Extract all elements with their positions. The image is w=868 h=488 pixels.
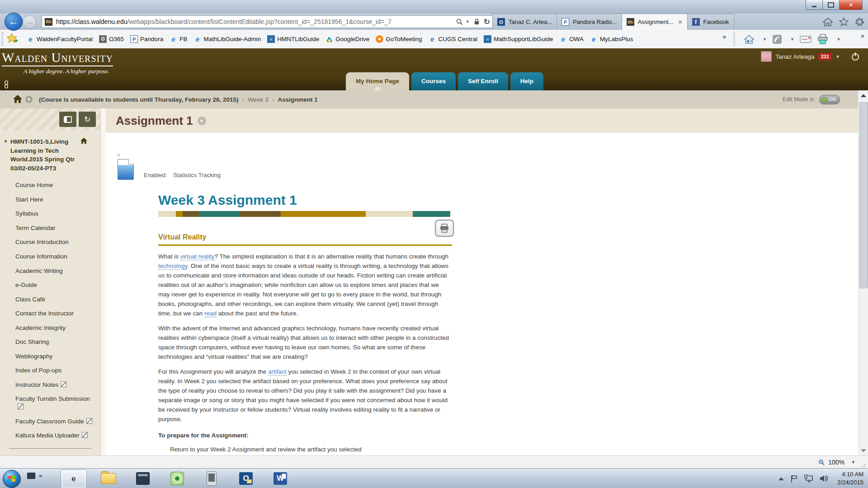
sidebar-item-contact-the-instructor[interactable]: Contact the Instructor [0, 306, 100, 321]
print-icon[interactable] [817, 34, 829, 45]
course-home-icon[interactable] [80, 137, 88, 173]
gear-icon[interactable] [855, 17, 864, 27]
sidebar-item-term-calendar[interactable]: Term Calendar [0, 221, 100, 235]
breadcrumb-dropdown-icon[interactable]: ▼ [25, 96, 33, 103]
sidebar-item-academic-integrity[interactable]: Academic Integrity [0, 321, 100, 335]
favorite-o365[interactable]: OO365 [96, 34, 127, 44]
browser-tab-assignment[interactable]: BbAssignment...✕ [622, 14, 688, 30]
logout-power-icon[interactable] [851, 52, 860, 61]
zoom-dropdown-icon[interactable]: ▼ [851, 460, 855, 465]
sidebar-item-index-of-pop-ups[interactable]: Index of Pop-ups [0, 363, 100, 378]
sidebar-item-start-here[interactable]: Start Here [0, 192, 100, 207]
volume-icon[interactable] [820, 474, 829, 483]
search-icon[interactable] [456, 19, 463, 25]
sidebar-item-doc-sharing[interactable]: Doc Sharing [0, 335, 100, 349]
start-button[interactable] [3, 470, 21, 488]
favorite-mathsupportlibguide[interactable]: ≡MathSupportLibGuide [481, 34, 556, 44]
favorites-overflow-chevron[interactable]: » [722, 33, 726, 40]
browser-home-icon[interactable] [823, 18, 833, 26]
taskbar-app-folder[interactable] [96, 469, 121, 488]
breadcrumb-home-icon[interactable] [13, 94, 23, 103]
sidebar-item-faculty-turnitin-submission[interactable]: Faculty Turnitin Submission [0, 392, 100, 414]
taskbar-app-media[interactable] [130, 469, 156, 488]
favorite-googledrive[interactable]: GoogleDrive [322, 34, 373, 44]
sidebar-item-course-information[interactable]: Course Information [0, 249, 100, 264]
tab-self-enroll[interactable]: Self Enroll [458, 72, 508, 90]
favorites-star-icon[interactable] [839, 17, 849, 26]
browser-tab-tanaz-c-artea[interactable]: OTanaz C. Artea... [492, 14, 557, 30]
sidebar-item-faculty-classroom-guide[interactable]: Faculty Classroom Guide [0, 414, 100, 429]
scroll-up-icon[interactable] [859, 90, 868, 100]
add-favorite-button[interactable] [6, 33, 19, 44]
window-maximize-button[interactable] [822, 0, 840, 10]
favorite-fb[interactable]: eFB [166, 34, 190, 44]
sidebar-item-e-guide[interactable]: e-Guide [0, 278, 100, 292]
sidebar-item-academic-writing[interactable]: Academic Writing [0, 264, 100, 278]
tab-close-icon[interactable]: ✕ [678, 19, 682, 25]
taskbar-app-word[interactable]: W [268, 469, 293, 488]
forward-button[interactable]: → [23, 15, 36, 29]
lesson-print-icon[interactable] [435, 220, 454, 237]
taskbar-clock[interactable]: 4:10 AM 2/24/2015 [837, 470, 863, 486]
content-link[interactable]: virtual reality [180, 253, 215, 260]
action-center-flag-icon[interactable] [790, 474, 798, 483]
favorite-owa[interactable]: eOWA [556, 34, 587, 44]
home-page-icon[interactable] [744, 34, 755, 44]
favorite-cugs-central[interactable]: eCUGS Central [425, 34, 481, 44]
scroll-down-icon[interactable] [859, 446, 868, 455]
favorite-gotomeeting[interactable]: GoToMeeting [373, 34, 425, 44]
content-link[interactable]: technology [158, 263, 187, 270]
taskbar-app-ie[interactable]: e [61, 469, 87, 488]
sidebar-item-course-introduction[interactable]: Course Introduction [0, 235, 100, 249]
zoom-control[interactable]: 100% ▼ [818, 456, 855, 469]
tab-courses[interactable]: Courses [411, 72, 456, 90]
content-link[interactable]: read [204, 310, 217, 317]
command-bar-chevron[interactable]: » [861, 32, 864, 39]
breadcrumb-item-assignment-1[interactable]: Assignment 1 [278, 96, 318, 103]
sidebar-item-class-caf[interactable]: Class Café [0, 292, 100, 307]
menu-display-button[interactable] [59, 112, 76, 127]
favorite-mylabsplus[interactable]: eMyLabsPlus [587, 34, 637, 44]
page-scrollbar[interactable] [858, 90, 868, 455]
mail-icon[interactable] [800, 35, 811, 43]
sidebar-item-course-home[interactable]: Course Home [0, 178, 100, 192]
address-dropdown-icon[interactable]: ▼ [466, 19, 470, 24]
favorite-waldenfacultyportal[interactable]: eWaldenFacultyPortal [24, 34, 96, 44]
taskbar-app-green[interactable] [165, 469, 190, 488]
window-minimize-button[interactable] [806, 0, 823, 10]
favorite-pandora[interactable]: PPandora [127, 34, 166, 44]
browser-tab-facebook[interactable]: fFacebook [687, 14, 734, 30]
course-collapse-icon[interactable]: ▼ [4, 139, 8, 173]
window-close-button[interactable]: × [839, 0, 863, 10]
refresh-icon[interactable]: ↻ [484, 17, 490, 27]
print-dropdown-icon[interactable]: ▼ [837, 37, 841, 42]
home-dropdown-icon[interactable]: ▼ [763, 37, 767, 42]
favorite-hmntlibguide[interactable]: ≡HMNTLibGuide [264, 34, 322, 44]
menu-refresh-button[interactable]: ↻ [79, 112, 96, 127]
page-title-chevron-icon[interactable]: ▼ [198, 117, 206, 125]
content-link[interactable]: artifact [268, 368, 287, 375]
user-menu[interactable]: Tanaz Arteaga 231 ▼ [761, 51, 860, 62]
rss-icon[interactable] [772, 34, 782, 44]
desktop-toolbar-icon[interactable] [27, 473, 35, 479]
taskbar-app-outlook[interactable]: O [233, 469, 259, 488]
browser-tab-pandora-radio[interactable]: PPandora Radio... [557, 14, 622, 30]
scrollbar-thumb[interactable] [859, 102, 868, 288]
sidebar-item-kaltura-media-uploader[interactable]: Kaltura Media Uploader [0, 428, 100, 443]
toolbar-expand-chevron[interactable]: » [39, 472, 42, 479]
taskbar-app-device[interactable] [199, 469, 224, 488]
sidebar-item-syllabus[interactable]: Syllabus [0, 206, 100, 221]
edit-mode-toggle[interactable]: ON [819, 95, 840, 104]
tab-help[interactable]: Help [510, 72, 543, 90]
sidebar-item-instructor-notes[interactable]: Instructor Notes [0, 378, 100, 392]
back-button[interactable]: ← [5, 13, 23, 31]
quick-links-icon[interactable] [4, 80, 9, 89]
tab-my-home-page[interactable]: My Home Page [346, 72, 409, 90]
tray-expand-icon[interactable] [778, 477, 784, 480]
drag-handle-icon[interactable]: ↑↓ [117, 152, 120, 157]
rss-dropdown-icon[interactable]: ▼ [790, 37, 794, 42]
favorite-mathlibguide-admin[interactable]: eMathLibGuide-Admin [190, 34, 264, 44]
course-title[interactable]: HMNT-1001-5,Living Learning in Tech Worl… [10, 137, 78, 173]
network-icon[interactable] [804, 474, 814, 483]
breadcrumb-item-week-3[interactable]: Week 3 [248, 96, 269, 103]
